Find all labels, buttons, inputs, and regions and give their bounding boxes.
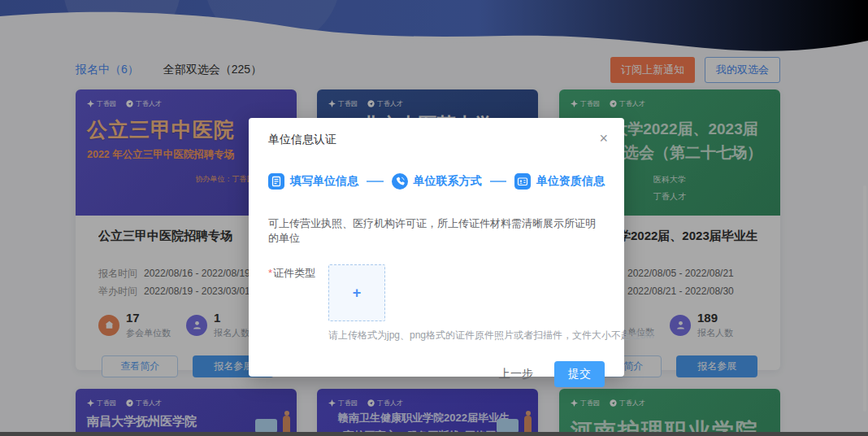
step-label: 单位资质信息 bbox=[536, 174, 605, 189]
id-card-icon bbox=[514, 173, 531, 190]
required-mark: * bbox=[268, 267, 272, 279]
phone-icon bbox=[392, 173, 408, 190]
step-unit-contact: 单位联系方式 bbox=[392, 173, 482, 190]
step-connector bbox=[490, 181, 507, 182]
submit-button[interactable]: 提交 bbox=[554, 361, 605, 387]
certification-steps: 填写单位信息 单位联系方式 单位资质信息 bbox=[268, 173, 605, 190]
certificate-type-field: *证件类型 + bbox=[268, 264, 605, 321]
field-label-text: 证件类型 bbox=[273, 267, 315, 279]
step-connector bbox=[367, 181, 384, 182]
step-fill-unit-info: 填写单位信息 bbox=[268, 173, 358, 190]
upload-instructions: 可上传营业执照、医疗机构许可证，所上传证件材料需清晰展示所证明的单位 bbox=[268, 216, 605, 246]
modal-title: 单位信息认证 bbox=[268, 118, 605, 147]
step-label: 填写单位信息 bbox=[290, 174, 358, 189]
previous-step-button[interactable]: 上一步 bbox=[499, 367, 533, 382]
upload-format-hint: 请上传格式为jpg、png格式的证件原件照片或者扫描件，文件大小不超过3M bbox=[328, 329, 605, 342]
step-unit-qualification: 单位资质信息 bbox=[514, 173, 605, 190]
unit-certification-modal: 单位信息认证 × 填写单位信息 单位联系方式 单位资质信息 bbox=[249, 118, 624, 377]
job-fair-page: 报名中（6） 全部双选会（225） 订阅上新通知 我的双选会 丁香园 丁香人才 … bbox=[0, 0, 868, 436]
plus-icon: + bbox=[353, 285, 362, 302]
form-icon bbox=[268, 173, 284, 190]
modal-footer: 上一步 提交 bbox=[268, 361, 605, 387]
certificate-type-label: *证件类型 bbox=[268, 266, 319, 321]
step-label: 单位联系方式 bbox=[414, 174, 482, 189]
close-icon[interactable]: × bbox=[599, 131, 608, 146]
upload-box[interactable]: + bbox=[328, 264, 385, 321]
